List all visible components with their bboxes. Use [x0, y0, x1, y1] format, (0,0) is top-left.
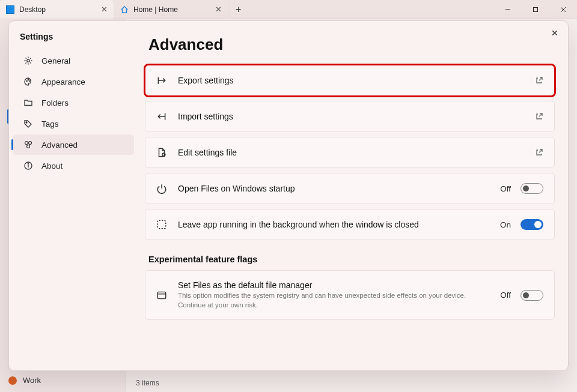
- open-external-icon: [535, 148, 543, 157]
- app-icon: [6, 5, 14, 14]
- settings-content: Advanced Export settings Import settings…: [138, 21, 568, 370]
- svg-line-20: [539, 113, 542, 116]
- titlebar: Desktop ✕ Home | Home ✕ +: [0, 0, 577, 19]
- card-label: Import settings: [178, 112, 233, 121]
- svg-rect-1: [534, 7, 538, 11]
- background-toggle[interactable]: [521, 219, 543, 230]
- folder-icon: [23, 98, 33, 107]
- run-in-background-row[interactable]: Leave app running in the background when…: [145, 209, 555, 240]
- svg-point-14: [28, 163, 28, 164]
- card-label: Open Files on Windows startup: [178, 184, 295, 193]
- toggle-state: Off: [500, 184, 511, 193]
- new-tab-button[interactable]: +: [228, 0, 248, 19]
- card-description: This option modifies the system registry…: [178, 291, 489, 310]
- card-label: Export settings: [178, 76, 234, 85]
- settings-dialog: ✕ Settings General Appearance Folders Ta…: [8, 20, 569, 371]
- nav-label: About: [41, 161, 63, 170]
- nav-label: Appearance: [41, 77, 85, 86]
- work-dot-icon: [8, 376, 17, 385]
- svg-point-8: [26, 122, 27, 123]
- file-edit-icon: [156, 147, 167, 158]
- nav-label: Folders: [41, 98, 69, 107]
- file-manager-icon: [156, 290, 167, 301]
- svg-point-9: [25, 142, 28, 145]
- advanced-icon: [23, 140, 33, 149]
- svg-point-11: [27, 145, 30, 148]
- nav-label: Advanced: [41, 140, 78, 149]
- nav-advanced[interactable]: Advanced: [13, 134, 134, 155]
- background-icon: [156, 219, 167, 230]
- palette-icon: [23, 77, 33, 86]
- toggle-state: On: [500, 220, 511, 229]
- minimize-button[interactable]: [494, 0, 522, 19]
- tag-icon: [23, 119, 33, 128]
- card-label: Leave app running in the background when…: [178, 220, 419, 229]
- svg-point-6: [28, 79, 28, 80]
- status-bar-text: 3 items: [136, 379, 159, 387]
- open-external-icon: [535, 112, 543, 121]
- tab-label: Desktop: [19, 5, 96, 14]
- import-settings-row[interactable]: Import settings: [145, 101, 555, 132]
- import-icon: [156, 111, 167, 122]
- open-external-icon: [535, 76, 543, 85]
- card-title: Set Files as the default file manager: [178, 280, 489, 290]
- experimental-heading: Experimental feature flags: [148, 255, 555, 264]
- nav-folders[interactable]: Folders: [13, 92, 134, 113]
- bg-item-label: Work: [23, 376, 41, 385]
- export-icon: [156, 75, 167, 86]
- svg-point-7: [29, 80, 30, 81]
- card-label: Edit settings file: [178, 148, 237, 157]
- close-icon[interactable]: ✕: [101, 5, 108, 14]
- svg-line-17: [539, 77, 542, 80]
- default-manager-toggle[interactable]: [521, 290, 543, 301]
- gear-icon: [23, 56, 33, 65]
- dialog-close-button[interactable]: ✕: [551, 28, 558, 38]
- svg-line-22: [539, 149, 542, 152]
- nav-label: General: [41, 56, 70, 65]
- tab-label: Home | Home: [133, 5, 210, 14]
- page-heading: Advanced: [145, 35, 555, 54]
- tab-home[interactable]: Home | Home ✕: [114, 0, 228, 19]
- nav-label: Tags: [41, 119, 59, 128]
- open-on-startup-row[interactable]: Open Files on Windows startup Off: [145, 173, 555, 204]
- toggle-state: Off: [500, 291, 511, 300]
- close-icon[interactable]: ✕: [215, 5, 222, 14]
- power-icon: [156, 183, 167, 194]
- tab-desktop[interactable]: Desktop ✕: [0, 0, 114, 19]
- home-icon: [120, 5, 129, 14]
- svg-rect-24: [157, 292, 166, 298]
- info-icon: [23, 161, 33, 170]
- export-settings-row[interactable]: Export settings: [145, 65, 555, 96]
- window-close-button[interactable]: [549, 0, 577, 19]
- svg-point-4: [27, 59, 29, 62]
- svg-rect-23: [157, 220, 166, 229]
- maximize-button[interactable]: [522, 0, 549, 19]
- nav-general[interactable]: General: [13, 50, 134, 71]
- nav-appearance[interactable]: Appearance: [13, 71, 134, 92]
- startup-toggle[interactable]: [521, 183, 543, 194]
- bg-sidebar-work[interactable]: Work: [0, 372, 126, 388]
- svg-point-10: [29, 142, 32, 145]
- edit-settings-file-row[interactable]: Edit settings file: [145, 137, 555, 168]
- dialog-title: Settings: [9, 29, 138, 50]
- nav-tags[interactable]: Tags: [13, 113, 134, 134]
- window-controls: [494, 0, 577, 19]
- default-file-manager-row[interactable]: Set Files as the default file manager Th…: [145, 270, 555, 320]
- svg-point-5: [26, 80, 27, 81]
- nav-about[interactable]: About: [13, 155, 134, 176]
- settings-nav: Settings General Appearance Folders Tags…: [9, 21, 138, 370]
